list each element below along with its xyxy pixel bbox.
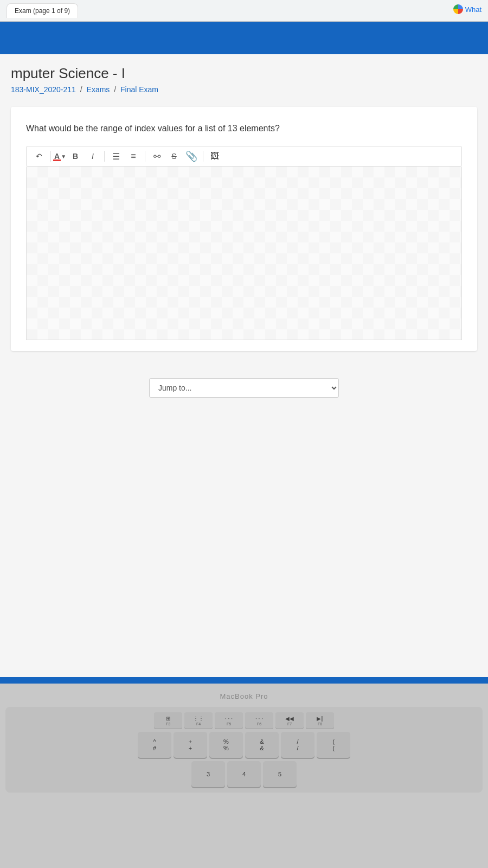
key-paren-top: (	[332, 738, 335, 745]
f7-icon: ◀◀	[285, 716, 294, 722]
font-color-chevron: ▼	[61, 154, 66, 159]
key-f8[interactable]: ▶‖ F8	[306, 712, 334, 729]
undo-icon: ↶	[36, 152, 42, 161]
key-plus[interactable]: + +	[174, 732, 207, 758]
key-f7[interactable]: ◀◀ F7	[275, 712, 304, 729]
embed-button[interactable]: 📎	[183, 149, 200, 164]
embed-icon: 📎	[185, 150, 197, 162]
key-caret[interactable]: ^ #	[138, 732, 171, 758]
undo-button[interactable]: ↶	[31, 149, 47, 164]
image-button[interactable]: 🖼	[207, 149, 223, 164]
question-card: What would be the range of index values …	[11, 107, 477, 351]
key-4-bot: 4	[242, 771, 246, 777]
bottom-num-row: 3 4 5	[11, 761, 477, 787]
key-percent-bot: %	[223, 745, 229, 751]
key-5[interactable]: 5	[263, 761, 297, 787]
toolbar-divider-4	[203, 151, 203, 162]
key-paren[interactable]: ( (	[317, 732, 350, 758]
key-slash[interactable]: / /	[281, 732, 314, 758]
key-f4[interactable]: ⋮⋮ F4	[184, 712, 213, 729]
macbook-label-text: MacBook Pro	[220, 692, 268, 700]
italic-icon: I	[92, 152, 94, 161]
key-percent[interactable]: % %	[209, 732, 243, 758]
key-slash-top: /	[297, 738, 298, 745]
tab-label: Exam (page 1 of 9)	[15, 7, 70, 15]
key-plus-bot: +	[189, 745, 192, 751]
f5-icon: · · ·	[225, 716, 233, 722]
key-f5[interactable]: · · · F5	[215, 712, 243, 729]
key-plus-top: +	[189, 738, 192, 745]
key-percent-top: %	[223, 738, 229, 745]
font-color-a-icon: A	[54, 152, 60, 161]
google-icon	[453, 4, 463, 14]
keyboard: ⊞ F3 ⋮⋮ F4 · · · F5 · · · F6 ◀◀ F7 ▶‖ F8	[5, 707, 483, 793]
key-5-bot: 5	[278, 771, 281, 777]
f3-icon: ⊞	[166, 716, 170, 722]
key-paren-bot: (	[332, 745, 335, 751]
f8-icon: ▶‖	[317, 716, 324, 722]
unordered-list-button[interactable]: ☰	[108, 149, 124, 164]
macbook-label: MacBook Pro	[220, 692, 268, 700]
key-slash-bot: /	[297, 745, 298, 751]
jump-container: Jump to...	[11, 362, 477, 409]
toolbar-divider-3	[145, 151, 145, 162]
bold-button[interactable]: B	[67, 149, 84, 164]
editor-toolbar: ↶ A ▼ B I ☰	[26, 146, 462, 167]
page-content: mputer Science - I 183-MIX_2020-211 / Ex…	[0, 54, 488, 677]
key-caret-top: ^	[153, 738, 156, 745]
strikethrough-icon: S	[171, 152, 176, 161]
f5-label: F5	[227, 722, 231, 726]
f8-label: F8	[318, 722, 322, 726]
f6-label: F6	[257, 722, 261, 726]
key-f3[interactable]: ⊞ F3	[154, 712, 182, 729]
browser-bar: Exam (page 1 of 9) What	[0, 0, 488, 22]
f7-label: F7	[287, 722, 292, 726]
f4-icon: ⋮⋮	[193, 716, 204, 722]
jump-to-select[interactable]: Jump to...	[149, 378, 339, 398]
key-ampersand-top: &	[260, 738, 264, 745]
key-caret-bot: #	[153, 745, 156, 751]
link-button[interactable]: ⚯	[149, 149, 165, 164]
link-icon: ⚯	[153, 151, 160, 162]
breadcrumb-exams[interactable]: Exams	[87, 85, 110, 94]
course-title-text: mputer Science - I	[11, 65, 125, 81]
image-icon: 🖼	[210, 151, 219, 161]
key-ampersand[interactable]: & &	[245, 732, 279, 758]
google-tab-label: What	[465, 5, 481, 14]
question-text: What would be the range of index values …	[26, 122, 462, 135]
key-ampersand-bot: &	[260, 745, 264, 751]
browser-content: mputer Science - I 183-MIX_2020-211 / Ex…	[0, 22, 488, 684]
f4-label: F4	[196, 722, 201, 726]
ordered-list-button[interactable]: ≡	[125, 149, 142, 164]
toolbar-divider-2	[104, 151, 105, 162]
breadcrumb: 183-MIX_2020-211 / Exams / Final Exam	[11, 85, 477, 94]
number-row: ^ # + + % % & & / / ( (	[11, 732, 477, 758]
strikethrough-button[interactable]: S	[166, 149, 182, 164]
breadcrumb-final-exam[interactable]: Final Exam	[120, 85, 158, 94]
f6-icon: · · ·	[255, 716, 263, 722]
keyboard-area: MacBook Pro ⊞ F3 ⋮⋮ F4 · · · F5 · · · F6…	[0, 684, 488, 868]
active-tab[interactable]: Exam (page 1 of 9)	[7, 3, 78, 18]
ordered-list-icon: ≡	[131, 151, 136, 161]
key-f6[interactable]: · · · F6	[245, 712, 273, 729]
italic-button[interactable]: I	[85, 149, 101, 164]
bold-icon: B	[73, 152, 78, 161]
site-footer	[0, 677, 488, 684]
font-color-button[interactable]: A ▼	[54, 149, 66, 164]
editor-watermark	[27, 167, 461, 340]
key-3-bot: 3	[207, 771, 210, 777]
editor-area[interactable]	[26, 167, 462, 340]
site-header	[0, 22, 488, 54]
course-title: mputer Science - I	[11, 65, 477, 82]
google-tab[interactable]: What	[453, 4, 481, 14]
toolbar-divider-1	[50, 151, 51, 162]
key-3[interactable]: 3	[191, 761, 225, 787]
unordered-list-icon: ☰	[112, 151, 120, 162]
fn-key-row: ⊞ F3 ⋮⋮ F4 · · · F5 · · · F6 ◀◀ F7 ▶‖ F8	[11, 712, 477, 729]
question-text-content: What would be the range of index values …	[26, 124, 280, 133]
key-4[interactable]: 4	[227, 761, 261, 787]
breadcrumb-course[interactable]: 183-MIX_2020-211	[11, 85, 76, 94]
f3-label: F3	[166, 722, 170, 726]
